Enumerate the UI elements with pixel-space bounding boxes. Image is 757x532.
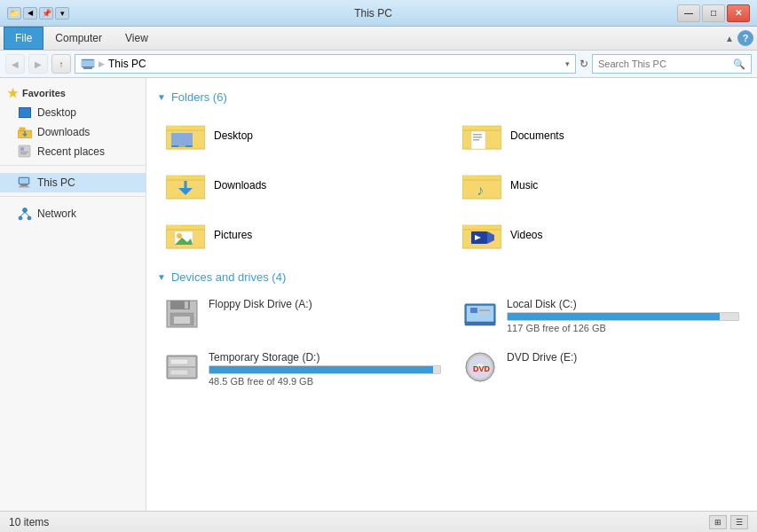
svg-rect-4 — [20, 128, 25, 130]
svg-rect-54 — [185, 301, 188, 309]
documents-folder-label: Documents — [510, 129, 564, 142]
folders-arrow-icon: ▼ — [157, 92, 166, 102]
locald-drive-bar-bg — [209, 365, 441, 374]
help-button[interactable]: ? — [737, 30, 753, 46]
sidebar-section-thispc: This PC — [0, 173, 146, 192]
status-right: ⊞ ☰ — [709, 515, 748, 529]
svg-rect-8 — [20, 153, 27, 154]
floppy-drive-info: Floppy Disk Drive (A:) — [209, 298, 441, 312]
svg-rect-63 — [465, 322, 495, 325]
tab-computer[interactable]: Computer — [43, 27, 114, 50]
view-detail-button[interactable]: ☰ — [730, 515, 748, 529]
maximize-button[interactable]: □ — [702, 4, 725, 22]
status-bar: 10 items ⊞ ☰ — [0, 511, 757, 532]
dvd-drive-icon: DVD — [462, 351, 498, 383]
folders-grid: Desktop Documents — [157, 113, 746, 258]
up-button[interactable]: ↑ — [51, 54, 71, 74]
network-sidebar-icon — [18, 207, 32, 221]
sidebar-favorites-header[interactable]: ★ Favorites — [0, 83, 146, 103]
drive-item-dvd[interactable]: DVD DVD Drive (E:) — [455, 346, 746, 392]
sidebar-item-recent[interactable]: Recent places — [0, 142, 146, 161]
sidebar-divider-2 — [0, 196, 146, 197]
videos-folder-icon — [461, 217, 503, 253]
music-folder-icon: ♪ — [461, 168, 503, 203]
sidebar-thispc-label: This PC — [37, 176, 75, 189]
folder-item-downloads[interactable]: Downloads — [157, 162, 450, 208]
sidebar-section-favorites: ★ Favorites Desktop Downloads — [0, 83, 146, 161]
folder-item-music[interactable]: ♪ Music — [453, 162, 746, 208]
svg-rect-32 — [166, 176, 182, 180]
svg-rect-25 — [462, 126, 478, 130]
svg-rect-56 — [174, 317, 190, 324]
svg-rect-7 — [20, 152, 28, 153]
sidebar-favorites-label: Favorites — [22, 88, 66, 98]
localc-drive-icon — [462, 298, 498, 330]
svg-point-14 — [19, 216, 22, 220]
sidebar-item-desktop[interactable]: Desktop — [0, 103, 146, 122]
localc-drive-bar-fill — [508, 313, 720, 320]
svg-point-44 — [177, 233, 182, 239]
svg-rect-60 — [470, 308, 477, 313]
address-dropdown-icon[interactable]: ▾ — [565, 59, 570, 68]
close-button[interactable]: ✕ — [727, 4, 750, 22]
tab-view[interactable]: View — [114, 27, 160, 50]
svg-rect-19 — [166, 126, 182, 130]
drive-item-local-c[interactable]: Local Disk (C:) 117 GB free of 126 GB — [455, 293, 746, 339]
sidebar-item-downloads[interactable]: Downloads — [0, 122, 146, 142]
downloads-folder-icon — [164, 168, 207, 203]
address-path-label: This PC — [108, 58, 146, 70]
svg-rect-61 — [479, 309, 490, 311]
drive-item-local-d[interactable]: Temporary Storage (D:) 48.5 GB free of 4… — [157, 346, 448, 392]
pictures-folder-icon — [164, 217, 207, 253]
folders-section-title: Folders (6) — [171, 90, 227, 104]
svg-rect-22 — [171, 133, 193, 145]
floppy-drive-icon — [164, 298, 200, 330]
folder-item-desktop[interactable]: Desktop — [157, 113, 450, 159]
folder-item-pictures[interactable]: Pictures — [157, 212, 450, 258]
svg-rect-29 — [473, 137, 482, 138]
svg-point-13 — [23, 208, 28, 213]
ribbon-right: ▲ ? — [725, 27, 753, 50]
address-path[interactable]: ▶ This PC ▾ — [75, 54, 576, 74]
drive-item-floppy[interactable]: Floppy Disk Drive (A:) — [157, 293, 448, 339]
sidebar-recent-label: Recent places — [37, 145, 105, 158]
sidebar: ★ Favorites Desktop Downloads — [0, 78, 146, 511]
svg-rect-68 — [170, 370, 188, 375]
drives-arrow-icon: ▼ — [157, 272, 166, 282]
recent-sidebar-icon — [18, 145, 32, 159]
title-bar: 📁 ◀ 📌 ▾ This PC — □ ✕ — [0, 0, 757, 27]
address-bar: ◀ ▶ ↑ ▶ This PC ▾ ↻ 🔍 — [0, 51, 757, 78]
title-bar-left: 📁 ◀ 📌 ▾ — [7, 7, 69, 20]
ribbon-collapse-icon[interactable]: ▲ — [725, 34, 734, 43]
forward-button[interactable]: ▶ — [28, 54, 48, 74]
minimize-button[interactable]: — — [677, 4, 700, 22]
floppy-drive-name: Floppy Disk Drive (A:) — [209, 298, 441, 310]
view-large-icon-button[interactable]: ⊞ — [709, 515, 727, 529]
svg-rect-28 — [473, 134, 482, 136]
sidebar-item-network[interactable]: Network — [0, 204, 146, 223]
svg-rect-1 — [83, 67, 92, 69]
address-arrow: ▶ — [99, 59, 105, 68]
svg-text:DVD: DVD — [473, 364, 491, 373]
folders-section-header: ▼ Folders (6) — [157, 90, 746, 104]
tab-file[interactable]: File — [4, 27, 43, 50]
folder-icon[interactable]: 📁 — [7, 7, 21, 20]
desktop-folder-label: Desktop — [214, 129, 253, 142]
folder-item-videos[interactable]: Videos — [453, 212, 746, 258]
back-icon[interactable]: ◀ — [23, 7, 37, 20]
downloads-folder-label: Downloads — [214, 179, 266, 192]
svg-rect-11 — [20, 184, 28, 186]
pin-icon[interactable]: 📌 — [39, 7, 53, 20]
locald-drive-icon — [164, 351, 200, 383]
folder-item-documents[interactable]: Documents — [453, 113, 746, 159]
svg-rect-47 — [462, 225, 478, 230]
thispc-sidebar-icon — [18, 176, 32, 190]
refresh-button[interactable]: ↻ — [580, 58, 588, 70]
back-button[interactable]: ◀ — [5, 54, 25, 74]
dropdown-icon[interactable]: ▾ — [55, 7, 69, 20]
search-box[interactable]: 🔍 — [592, 54, 752, 74]
search-input[interactable] — [598, 59, 733, 69]
svg-rect-5 — [19, 145, 30, 157]
ribbon: File Computer View ▲ ? — [0, 27, 757, 51]
sidebar-item-thispc[interactable]: This PC — [0, 173, 146, 192]
